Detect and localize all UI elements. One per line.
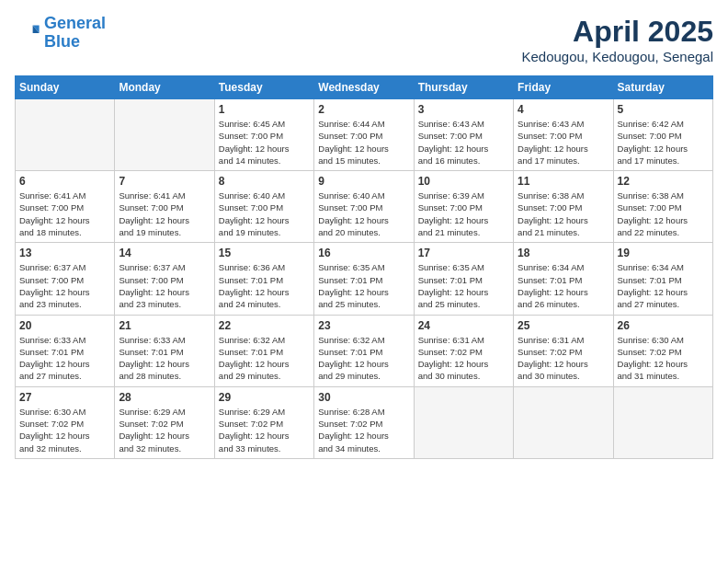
- calendar-cell: 2Sunrise: 6:44 AM Sunset: 7:00 PM Daylig…: [314, 99, 414, 171]
- day-number: 28: [119, 391, 210, 404]
- calendar-cell: 3Sunrise: 6:43 AM Sunset: 7:00 PM Daylig…: [414, 99, 513, 171]
- calendar-cell: 9Sunrise: 6:40 AM Sunset: 7:00 PM Daylig…: [314, 171, 414, 243]
- calendar-cell: 8Sunrise: 6:40 AM Sunset: 7:00 PM Daylig…: [214, 171, 313, 243]
- day-info: Sunrise: 6:44 AM Sunset: 7:00 PM Dayligh…: [318, 118, 409, 167]
- calendar-week-row: 1Sunrise: 6:45 AM Sunset: 7:00 PM Daylig…: [16, 99, 713, 171]
- calendar-week-row: 6Sunrise: 6:41 AM Sunset: 7:00 PM Daylig…: [16, 171, 713, 243]
- day-info: Sunrise: 6:41 AM Sunset: 7:00 PM Dayligh…: [119, 190, 210, 238]
- calendar-cell: [414, 386, 513, 458]
- day-info: Sunrise: 6:33 AM Sunset: 7:01 PM Dayligh…: [119, 334, 210, 383]
- calendar-cell: 22Sunrise: 6:32 AM Sunset: 7:01 PM Dayli…: [214, 315, 313, 386]
- day-number: 3: [418, 103, 509, 116]
- day-number: 21: [119, 319, 210, 332]
- day-info: Sunrise: 6:35 AM Sunset: 7:01 PM Dayligh…: [318, 261, 409, 310]
- calendar-table: SundayMondayTuesdayWednesdayThursdayFrid…: [15, 75, 713, 459]
- weekday-header: Wednesday: [314, 76, 414, 99]
- calendar-cell: 12Sunrise: 6:38 AM Sunset: 7:00 PM Dayli…: [613, 171, 712, 243]
- day-info: Sunrise: 6:29 AM Sunset: 7:02 PM Dayligh…: [119, 406, 210, 454]
- calendar-cell: 15Sunrise: 6:36 AM Sunset: 7:01 PM Dayli…: [214, 243, 313, 315]
- calendar-cell: 25Sunrise: 6:31 AM Sunset: 7:02 PM Dayli…: [514, 315, 613, 386]
- day-info: Sunrise: 6:38 AM Sunset: 7:00 PM Dayligh…: [618, 190, 709, 238]
- calendar-cell: 7Sunrise: 6:41 AM Sunset: 7:00 PM Daylig…: [115, 171, 214, 243]
- day-info: Sunrise: 6:29 AM Sunset: 7:02 PM Dayligh…: [219, 406, 310, 454]
- day-info: Sunrise: 6:33 AM Sunset: 7:01 PM Dayligh…: [19, 334, 110, 383]
- day-info: Sunrise: 6:32 AM Sunset: 7:01 PM Dayligh…: [219, 334, 310, 383]
- day-number: 4: [518, 103, 609, 116]
- day-info: Sunrise: 6:30 AM Sunset: 7:02 PM Dayligh…: [618, 334, 709, 383]
- weekday-header: Saturday: [613, 76, 712, 99]
- calendar-week-row: 13Sunrise: 6:37 AM Sunset: 7:00 PM Dayli…: [16, 243, 713, 315]
- day-number: 2: [318, 103, 409, 116]
- calendar-cell: 6Sunrise: 6:41 AM Sunset: 7:00 PM Daylig…: [16, 171, 115, 243]
- day-number: 24: [418, 319, 509, 332]
- logo-text: General Blue: [44, 15, 106, 52]
- day-number: 29: [219, 391, 310, 404]
- day-number: 6: [19, 175, 110, 188]
- calendar-cell: 13Sunrise: 6:37 AM Sunset: 7:00 PM Dayli…: [16, 243, 115, 315]
- weekday-header: Thursday: [414, 76, 513, 99]
- day-info: Sunrise: 6:39 AM Sunset: 7:00 PM Dayligh…: [418, 190, 509, 238]
- day-number: 18: [518, 247, 609, 259]
- logo: General Blue: [15, 15, 106, 52]
- page-header: General Blue April 2025 Kedougou, Kedoug…: [15, 15, 713, 64]
- calendar-cell: 28Sunrise: 6:29 AM Sunset: 7:02 PM Dayli…: [115, 386, 214, 458]
- day-info: Sunrise: 6:37 AM Sunset: 7:00 PM Dayligh…: [119, 261, 210, 310]
- calendar-cell: 21Sunrise: 6:33 AM Sunset: 7:01 PM Dayli…: [115, 315, 214, 386]
- calendar-cell: 20Sunrise: 6:33 AM Sunset: 7:01 PM Dayli…: [16, 315, 115, 386]
- day-number: 27: [19, 391, 110, 404]
- day-number: 14: [119, 247, 210, 259]
- calendar-cell: [115, 99, 214, 171]
- day-info: Sunrise: 6:30 AM Sunset: 7:02 PM Dayligh…: [19, 406, 110, 454]
- calendar-cell: 4Sunrise: 6:43 AM Sunset: 7:00 PM Daylig…: [514, 99, 613, 171]
- day-number: 19: [618, 247, 709, 259]
- calendar-cell: 19Sunrise: 6:34 AM Sunset: 7:01 PM Dayli…: [613, 243, 712, 315]
- day-info: Sunrise: 6:36 AM Sunset: 7:01 PM Dayligh…: [219, 261, 310, 310]
- calendar-cell: 1Sunrise: 6:45 AM Sunset: 7:00 PM Daylig…: [214, 99, 313, 171]
- location-title: Kedougou, Kedougou, Senegal: [521, 49, 713, 64]
- logo-icon: [15, 20, 40, 46]
- day-info: Sunrise: 6:42 AM Sunset: 7:00 PM Dayligh…: [618, 118, 709, 167]
- day-info: Sunrise: 6:34 AM Sunset: 7:01 PM Dayligh…: [518, 261, 609, 310]
- day-info: Sunrise: 6:41 AM Sunset: 7:00 PM Dayligh…: [19, 190, 110, 238]
- day-number: 12: [618, 175, 709, 188]
- day-info: Sunrise: 6:40 AM Sunset: 7:00 PM Dayligh…: [219, 190, 310, 238]
- calendar-cell: 26Sunrise: 6:30 AM Sunset: 7:02 PM Dayli…: [613, 315, 712, 386]
- day-number: 22: [219, 319, 310, 332]
- calendar-cell: 16Sunrise: 6:35 AM Sunset: 7:01 PM Dayli…: [314, 243, 414, 315]
- day-number: 15: [219, 247, 310, 259]
- day-number: 20: [19, 319, 110, 332]
- calendar-cell: [16, 99, 115, 171]
- weekday-header: Friday: [514, 76, 613, 99]
- day-info: Sunrise: 6:31 AM Sunset: 7:02 PM Dayligh…: [518, 334, 609, 383]
- day-info: Sunrise: 6:43 AM Sunset: 7:00 PM Dayligh…: [518, 118, 609, 167]
- day-number: 13: [19, 247, 110, 259]
- day-info: Sunrise: 6:31 AM Sunset: 7:02 PM Dayligh…: [418, 334, 509, 383]
- day-number: 11: [518, 175, 609, 188]
- weekday-header: Monday: [115, 76, 214, 99]
- day-number: 16: [318, 247, 409, 259]
- day-number: 25: [518, 319, 609, 332]
- day-info: Sunrise: 6:43 AM Sunset: 7:00 PM Dayligh…: [418, 118, 509, 167]
- day-number: 5: [618, 103, 709, 116]
- calendar-cell: 24Sunrise: 6:31 AM Sunset: 7:02 PM Dayli…: [414, 315, 513, 386]
- day-number: 10: [418, 175, 509, 188]
- day-info: Sunrise: 6:38 AM Sunset: 7:00 PM Dayligh…: [518, 190, 609, 238]
- day-info: Sunrise: 6:32 AM Sunset: 7:01 PM Dayligh…: [318, 334, 409, 383]
- calendar-cell: 11Sunrise: 6:38 AM Sunset: 7:00 PM Dayli…: [514, 171, 613, 243]
- calendar-cell: 14Sunrise: 6:37 AM Sunset: 7:00 PM Dayli…: [115, 243, 214, 315]
- calendar-cell: 5Sunrise: 6:42 AM Sunset: 7:00 PM Daylig…: [613, 99, 712, 171]
- day-info: Sunrise: 6:28 AM Sunset: 7:02 PM Dayligh…: [318, 406, 409, 454]
- calendar-week-row: 27Sunrise: 6:30 AM Sunset: 7:02 PM Dayli…: [16, 386, 713, 458]
- day-number: 8: [219, 175, 310, 188]
- day-number: 26: [618, 319, 709, 332]
- day-number: 9: [318, 175, 409, 188]
- day-number: 7: [119, 175, 210, 188]
- calendar-cell: 27Sunrise: 6:30 AM Sunset: 7:02 PM Dayli…: [16, 386, 115, 458]
- month-title: April 2025: [521, 15, 713, 49]
- calendar-cell: 10Sunrise: 6:39 AM Sunset: 7:00 PM Dayli…: [414, 171, 513, 243]
- calendar-cell: 17Sunrise: 6:35 AM Sunset: 7:01 PM Dayli…: [414, 243, 513, 315]
- day-info: Sunrise: 6:35 AM Sunset: 7:01 PM Dayligh…: [418, 261, 509, 310]
- day-info: Sunrise: 6:37 AM Sunset: 7:00 PM Dayligh…: [19, 261, 110, 310]
- day-info: Sunrise: 6:34 AM Sunset: 7:01 PM Dayligh…: [618, 261, 709, 310]
- day-number: 30: [318, 391, 409, 404]
